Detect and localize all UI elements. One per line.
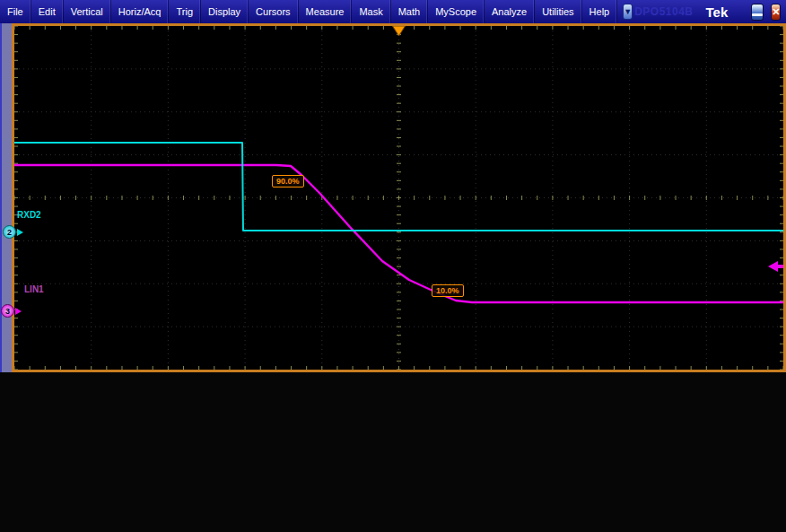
menu-item-analyze[interactable]: Analyze (485, 0, 535, 23)
menu-items: FileEditVerticalHoriz/AcqTrigDisplayCurs… (0, 0, 617, 23)
menu-item-trig[interactable]: Trig (169, 0, 201, 23)
ch2-trace (14, 143, 783, 231)
readout-panel: C2 2.0V/div BW:1.0G C3 6.0V/div BW:1.0G … (0, 372, 786, 532)
channel-3-arrow-icon (15, 308, 22, 315)
trace-label-rxd2: RXD2 (17, 210, 41, 220)
menu-bar: FileEditVerticalHoriz/AcqTrigDisplayCurs… (0, 0, 786, 23)
tekscope-window: FileEditVerticalHoriz/AcqTrigDisplayCurs… (0, 0, 786, 532)
menu-item-myscope[interactable]: MyScope (428, 0, 485, 23)
menu-item-display[interactable]: Display (201, 0, 249, 23)
channel-2-position-marker[interactable]: 2 (3, 225, 16, 239)
close-button[interactable]: ✕ (771, 4, 781, 21)
menu-item-horiz-acq[interactable]: Horiz/Acq (111, 0, 170, 23)
menu-item-help[interactable]: Help (582, 0, 618, 23)
chevron-down-icon: ▼ (624, 7, 632, 16)
graticule (14, 26, 783, 370)
menu-item-measure[interactable]: Measure (299, 0, 353, 23)
menu-item-edit[interactable]: Edit (31, 0, 64, 23)
annotation-90-percent: 90.0% (272, 175, 304, 188)
menu-item-cursors[interactable]: Cursors (249, 0, 299, 23)
minimize-icon (752, 13, 763, 16)
trigger-level-marker[interactable] (768, 261, 783, 272)
channel-3-position-marker[interactable]: 3 (1, 304, 14, 318)
menu-item-mask[interactable]: Mask (352, 0, 390, 23)
menu-item-file[interactable]: File (0, 0, 31, 23)
trigger-position-marker[interactable] (393, 26, 406, 36)
menu-item-utilities[interactable]: Utilities (535, 0, 581, 23)
trace-label-lin1: LIN1 (24, 284, 44, 294)
menu-item-vertical[interactable]: Vertical (64, 0, 111, 23)
menu-item-math[interactable]: Math (391, 0, 428, 23)
tek-logo: Tek (706, 4, 729, 20)
channel-2-arrow-icon (17, 229, 23, 236)
annotation-10-percent: 10.0% (432, 284, 464, 297)
close-icon: ✕ (772, 6, 780, 18)
waveform-display: RXD2 LIN1 90.0% 10.0% (14, 26, 783, 370)
menu-dropdown-button[interactable]: ▼ (623, 4, 633, 20)
model-number: DPO5104B (634, 5, 693, 18)
minimize-button[interactable] (751, 4, 764, 21)
